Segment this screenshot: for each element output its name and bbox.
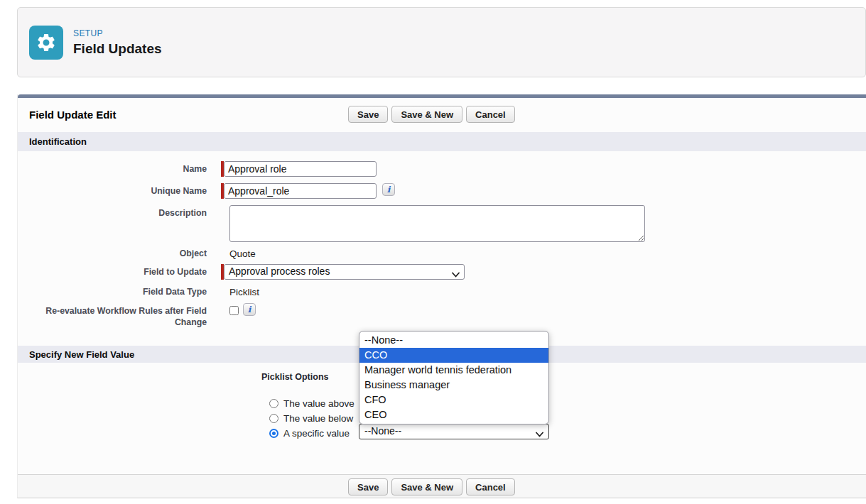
radio-row-specific-value: A specific value [269, 426, 354, 441]
cancel-button-top[interactable]: Cancel [466, 106, 515, 123]
description-textarea[interactable] [229, 205, 645, 242]
chevron-down-icon [452, 268, 460, 280]
gear-icon [36, 32, 57, 53]
description-label: Description [18, 205, 214, 219]
cancel-button-bottom[interactable]: Cancel [466, 478, 515, 495]
description-row: Description [18, 205, 866, 242]
name-label: Name [18, 161, 214, 175]
setup-icon-tile [29, 26, 63, 60]
name-row: Name [18, 161, 866, 177]
reevaluate-checkbox[interactable] [229, 306, 239, 315]
picklist-radio-group: The value above The value below A specif… [269, 396, 354, 441]
object-row: Object Quote [18, 248, 866, 260]
object-value: Quote [229, 248, 256, 259]
name-input[interactable] [224, 161, 377, 177]
field-data-type-label: Field Data Type [18, 286, 214, 298]
dropdown-option[interactable]: CFO [359, 393, 548, 407]
specific-value-radio[interactable] [269, 429, 278, 438]
reevaluate-row: Re-evaluate Workflow Rules after Field C… [18, 303, 866, 329]
object-label: Object [18, 248, 214, 260]
info-icon[interactable]: i [243, 303, 256, 316]
field-update-edit-form: Field Update Edit Save Save & New Cancel… [17, 94, 866, 498]
save-and-new-button-bottom[interactable]: Save & New [391, 478, 462, 495]
chevron-down-icon [536, 428, 543, 439]
value-above-radio-label: The value above [283, 398, 354, 409]
specific-value-select-value: --None-- [364, 425, 401, 437]
setup-header-text: SETUP Field Updates [73, 28, 162, 57]
field-to-update-label: Field to Update [18, 264, 214, 278]
specific-value-dropdown-list: --None-- CCO Manager world tennis federa… [359, 331, 549, 424]
identification-rows: Name Unique Name i Description [18, 151, 866, 346]
bottom-button-group: Save Save & New Cancel [348, 478, 515, 495]
field-to-update-row: Field to Update Approval process roles [18, 264, 866, 280]
specific-value-radio-label: A specific value [283, 428, 350, 439]
bottom-button-strip: Save Save & New Cancel [18, 474, 866, 498]
field-data-type-row: Field Data Type Picklist [18, 286, 866, 298]
field-data-type-value: Picklist [229, 286, 259, 297]
dropdown-option-highlighted[interactable]: CCO [359, 348, 548, 363]
page-title: Field Updates [73, 41, 162, 57]
value-above-radio[interactable] [269, 399, 278, 408]
info-icon[interactable]: i [382, 183, 395, 196]
form-header: Field Update Edit Save Save & New Cancel [18, 98, 866, 132]
dropdown-option[interactable]: --None-- [359, 333, 548, 348]
unique-name-input[interactable] [224, 183, 377, 199]
radio-row-value-above: The value above [269, 396, 354, 411]
specific-value-select[interactable]: --None-- [359, 424, 549, 439]
picklist-options-label: Picklist Options [261, 372, 328, 382]
dropdown-option[interactable]: Business manager [359, 378, 548, 393]
top-button-group: Save Save & New Cancel [348, 106, 515, 123]
dropdown-option[interactable]: CEO [359, 407, 548, 422]
screen: SETUP Field Updates Field Update Edit Sa… [0, 0, 866, 504]
setup-header: SETUP Field Updates [17, 7, 866, 77]
dropdown-option[interactable]: Manager world tennis federation [359, 363, 548, 378]
save-button-top[interactable]: Save [348, 106, 388, 123]
save-button-bottom[interactable]: Save [348, 478, 388, 495]
unique-name-label: Unique Name [18, 183, 214, 197]
unique-name-row: Unique Name i [18, 183, 866, 199]
value-below-radio[interactable] [269, 414, 278, 423]
radio-row-value-below: The value below [269, 411, 354, 426]
field-to-update-select-value: Approval process roles [229, 265, 330, 277]
field-to-update-select[interactable]: Approval process roles [224, 264, 465, 280]
save-and-new-button-top[interactable]: Save & New [391, 106, 462, 123]
reevaluate-label: Re-evaluate Workflow Rules after Field C… [18, 303, 214, 329]
form-title: Field Update Edit [29, 109, 117, 121]
setup-eyebrow-label: SETUP [73, 28, 162, 38]
value-below-radio-label: The value below [283, 413, 353, 424]
section-header-identification: Identification [18, 132, 866, 151]
